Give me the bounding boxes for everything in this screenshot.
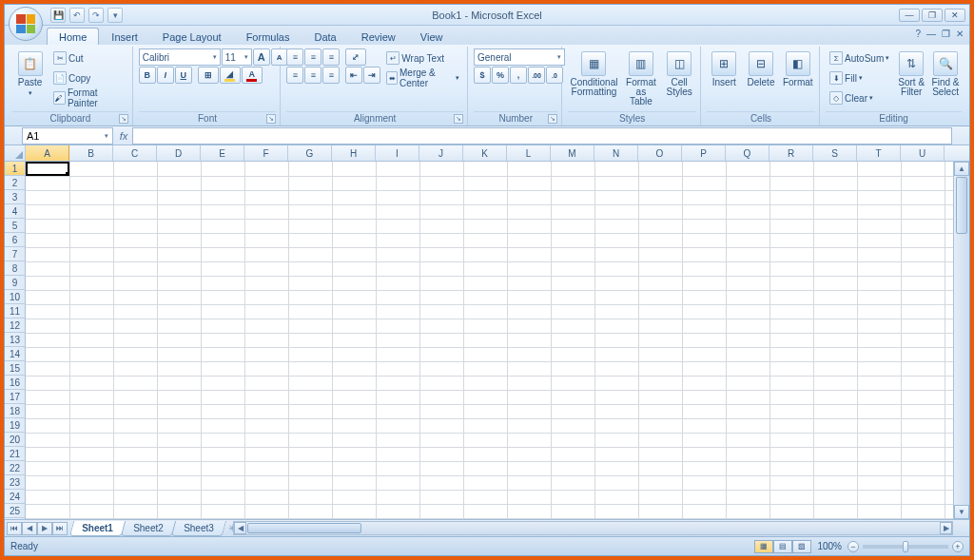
cell-styles-button[interactable]: ◫Cell Styles: [662, 48, 696, 100]
column-header[interactable]: J: [419, 145, 463, 161]
font-color-button[interactable]: A: [242, 67, 263, 84]
fill-color-button[interactable]: ◢: [220, 67, 241, 84]
fill-button[interactable]: ⬇Fill▾: [826, 68, 893, 87]
help-icon[interactable]: ?: [915, 29, 921, 39]
vertical-scrollbar[interactable]: ▲ ▼: [953, 162, 969, 519]
row-header[interactable]: 19: [5, 418, 26, 433]
clear-button[interactable]: ◇Clear▾: [826, 88, 893, 107]
row-header[interactable]: 13: [5, 333, 26, 347]
horizontal-scrollbar[interactable]: ◀ ▶: [233, 521, 953, 535]
ribbon-min-icon[interactable]: —: [926, 29, 936, 39]
column-header[interactable]: O: [638, 145, 682, 161]
doc-close-icon[interactable]: ✕: [956, 29, 964, 39]
row-header[interactable]: 10: [5, 290, 26, 304]
vscroll-thumb[interactable]: [956, 177, 967, 234]
row-header[interactable]: 15: [5, 361, 26, 376]
delete-cells-button[interactable]: ⊟Delete: [744, 48, 779, 90]
row-header[interactable]: 25: [5, 504, 26, 518]
format-as-table-button[interactable]: ▥Format as Table: [621, 48, 660, 109]
cut-button[interactable]: ✂Cut: [49, 48, 128, 68]
font-dialog-launcher[interactable]: ↘: [266, 114, 276, 124]
office-button[interactable]: [9, 7, 43, 41]
tab-data[interactable]: Data: [302, 28, 348, 45]
bold-button[interactable]: B: [139, 67, 156, 84]
increase-indent-button[interactable]: ⇥: [363, 67, 380, 84]
column-header[interactable]: M: [551, 145, 594, 161]
close-button[interactable]: ✕: [945, 9, 965, 22]
row-header[interactable]: 1: [5, 162, 26, 176]
column-header[interactable]: K: [463, 145, 507, 161]
align-bottom-button[interactable]: ≡: [322, 48, 340, 66]
row-header[interactable]: 2: [5, 176, 26, 190]
column-header[interactable]: I: [376, 145, 419, 161]
number-format-combo[interactable]: General▾: [474, 48, 565, 66]
minimize-button[interactable]: —: [899, 9, 920, 22]
row-header[interactable]: 20: [5, 433, 26, 447]
wrap-text-button[interactable]: ↵Wrap Text: [382, 48, 463, 68]
insert-cells-button[interactable]: ⊞Insert: [707, 48, 742, 90]
row-header[interactable]: 23: [5, 475, 26, 490]
zoom-out-button[interactable]: −: [847, 541, 859, 552]
column-header[interactable]: L: [507, 145, 551, 161]
row-header[interactable]: 9: [5, 276, 26, 290]
sheet-tab-sheet3[interactable]: Sheet3: [170, 521, 225, 536]
redo-icon[interactable]: ↷: [88, 8, 104, 23]
normal-view-button[interactable]: ▦: [754, 540, 773, 553]
format-cells-button[interactable]: ◧Format: [780, 48, 815, 90]
align-right-button[interactable]: ≡: [322, 67, 340, 84]
align-center-button[interactable]: ≡: [304, 67, 321, 84]
row-header[interactable]: 24: [5, 490, 26, 504]
font-size-combo[interactable]: 11▾: [222, 48, 252, 66]
column-header[interactable]: Q: [726, 145, 769, 161]
row-header[interactable]: 6: [5, 233, 26, 247]
zoom-thumb[interactable]: [903, 541, 908, 552]
row-header[interactable]: 3: [5, 190, 26, 204]
row-header[interactable]: 21: [5, 447, 26, 461]
alignment-dialog-launcher[interactable]: ↘: [454, 114, 463, 124]
doc-restore-icon[interactable]: ❐: [942, 29, 950, 39]
border-button[interactable]: ⊞: [198, 67, 219, 84]
zoom-in-button[interactable]: +: [952, 541, 964, 552]
scroll-left-icon[interactable]: ◀: [234, 522, 246, 534]
row-header[interactable]: 17: [5, 390, 26, 404]
page-break-view-button[interactable]: ▧: [792, 540, 811, 553]
row-header[interactable]: 4: [5, 204, 26, 219]
italic-button[interactable]: I: [157, 67, 174, 84]
orientation-button[interactable]: ⤢: [345, 48, 366, 66]
row-header[interactable]: 5: [5, 219, 26, 233]
fx-icon[interactable]: fx: [115, 130, 132, 142]
column-header[interactable]: H: [332, 145, 376, 161]
clipboard-dialog-launcher[interactable]: ↘: [119, 114, 128, 124]
align-top-button[interactable]: ≡: [286, 48, 303, 66]
column-header[interactable]: R: [769, 145, 813, 161]
percent-button[interactable]: %: [492, 67, 509, 84]
currency-button[interactable]: $: [474, 67, 491, 84]
column-header[interactable]: U: [901, 145, 945, 161]
column-header[interactable]: T: [857, 145, 901, 161]
row-header[interactable]: 11: [5, 304, 26, 319]
formula-bar[interactable]: [132, 127, 952, 145]
tab-insert[interactable]: Insert: [99, 28, 150, 45]
find-select-button[interactable]: 🔍Find & Select: [929, 48, 962, 100]
align-middle-button[interactable]: ≡: [304, 48, 321, 66]
align-left-button[interactable]: ≡: [286, 67, 303, 84]
next-sheet-button[interactable]: ▶: [37, 522, 52, 535]
comma-button[interactable]: ,: [510, 67, 527, 84]
font-name-combo[interactable]: Calibri▾: [139, 48, 221, 66]
prev-sheet-button[interactable]: ◀: [22, 522, 37, 535]
column-header[interactable]: F: [244, 145, 288, 161]
last-sheet-button[interactable]: ⏭: [52, 522, 68, 535]
page-layout-view-button[interactable]: ▤: [773, 540, 792, 553]
tab-view[interactable]: View: [408, 28, 456, 45]
number-dialog-launcher[interactable]: ↘: [548, 114, 557, 124]
column-header[interactable]: N: [594, 145, 638, 161]
tab-home[interactable]: Home: [47, 28, 99, 45]
format-painter-button[interactable]: 🖌Format Painter: [49, 88, 128, 107]
column-header[interactable]: E: [201, 145, 244, 161]
autosum-button[interactable]: ΣAutoSum▾: [826, 48, 893, 68]
column-header[interactable]: G: [288, 145, 332, 161]
decrease-decimal-button[interactable]: .0: [546, 67, 563, 84]
cells-area[interactable]: [26, 162, 969, 519]
column-header[interactable]: D: [157, 145, 201, 161]
tab-formulas[interactable]: Formulas: [234, 28, 302, 45]
